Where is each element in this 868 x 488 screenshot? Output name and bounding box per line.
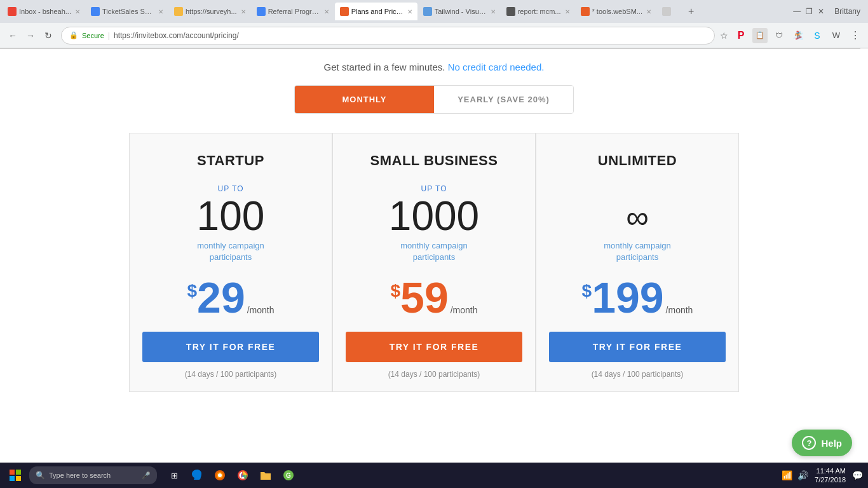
yearly-toggle-btn[interactable]: YEARLY (SAVE 20%) (434, 86, 573, 113)
tab-label-tools: * tools.webSM... (592, 8, 642, 15)
favicon-plans (340, 7, 349, 16)
reload-button[interactable]: ↻ (41, 28, 56, 43)
subtitle-text: Get started in a few minutes. (324, 62, 445, 72)
extension-4-icon[interactable]: W (829, 28, 844, 43)
forward-button[interactable]: → (23, 28, 38, 43)
price-amount-small-business: 59 (400, 276, 449, 319)
url-text: https://invitebox.com/account/pricing/ (114, 31, 239, 40)
subtitle-highlight: No credit card needed. (448, 62, 545, 72)
tab-label-report: report: mcm... (518, 8, 561, 15)
tab-tools[interactable]: * tools.webSM... ✕ (576, 3, 656, 20)
price-dollar-unlimited: $ (582, 281, 592, 301)
svg-rect-2 (10, 476, 15, 481)
tab-label-referral: Referral Progra... (268, 8, 320, 15)
tab-label-gmail: Inbox - bsheah... (19, 8, 71, 15)
plan-limit-desc-unlimited: monthly campaignparticipants (549, 240, 726, 263)
system-clock: 11:44 AM 7/27/2018 (815, 466, 846, 485)
plan-limit-label-unlimited (549, 184, 726, 196)
svg-text:G: G (286, 472, 291, 479)
window-minimize[interactable]: — (793, 7, 801, 16)
plan-price-startup: $ 29 /month (142, 276, 319, 319)
system-icons: 📶 🔊 (782, 470, 808, 480)
bookmark-icon[interactable]: ☆ (720, 30, 728, 41)
clock-time: 11:44 AM (815, 466, 846, 475)
help-button[interactable]: ? Help (792, 430, 852, 456)
taskbar-search-input[interactable] (49, 471, 138, 479)
taskbar: 🔍 🎤 ⊞ (0, 463, 868, 488)
clock-date: 7/27/2018 (815, 475, 846, 484)
window-maximize[interactable]: ❐ (806, 7, 813, 16)
tab-ticket[interactable]: TicketSales Soc... ✕ (86, 3, 168, 20)
favicon-tailwind (423, 7, 432, 16)
user-name: Brittany (834, 7, 860, 16)
plan-card-unlimited: UNLIMITED ∞ monthly campaignparticipants… (536, 133, 739, 392)
favicon-survey (174, 7, 183, 16)
tab-survey[interactable]: https://surveyh... ✕ (169, 3, 251, 20)
plans-grid: STARTUP UP TO 100 monthly campaignpartic… (65, 133, 803, 392)
task-view-button[interactable]: ⊞ (163, 464, 185, 486)
tab-close-report[interactable]: ✕ (565, 8, 570, 15)
plan-name-unlimited: UNLIMITED (549, 152, 726, 169)
plan-name-startup: STARTUP (142, 152, 319, 169)
url-bar[interactable]: 🔒 Secure | https://invitebox.com/account… (61, 27, 715, 44)
svg-point-6 (218, 473, 222, 477)
taskbar-search-icon: 🔍 (36, 471, 45, 480)
nav-buttons: ← → ↻ (5, 28, 56, 43)
favicon-referral (257, 7, 266, 16)
tab-tailwind[interactable]: Tailwind - Visua... ✕ (418, 3, 501, 20)
plan-limit-desc-small-business: monthly campaignparticipants (346, 240, 522, 263)
plan-price-unlimited: $ 199 /month (549, 276, 726, 319)
extension-1-icon[interactable]: 📋 (752, 28, 768, 43)
tab-close-tailwind[interactable]: ✕ (491, 8, 496, 15)
skype-icon[interactable]: S (810, 28, 825, 43)
back-button[interactable]: ← (5, 28, 20, 43)
monthly-toggle-btn[interactable]: MONTHLY (295, 86, 434, 113)
tab-report[interactable]: report: mcm... ✕ (501, 3, 575, 20)
tab-referral[interactable]: Referral Progra... ✕ (252, 3, 334, 20)
tab-close-plans[interactable]: ✕ (407, 8, 412, 15)
price-amount-startup: 29 (197, 276, 245, 319)
plan-limit-label-small-business: UP TO (346, 184, 522, 193)
taskbar-mic-icon[interactable]: 🎤 (142, 471, 151, 480)
cta-button-small-business[interactable]: TRY IT FOR FREE (346, 332, 522, 362)
new-tab-button[interactable]: + (683, 6, 699, 17)
chrome-icon[interactable] (232, 464, 254, 486)
tab-close-gmail[interactable]: ✕ (75, 8, 80, 15)
tab-close-survey[interactable]: ✕ (241, 8, 246, 15)
taskbar-apps: ⊞ (163, 464, 299, 486)
address-bar: ← → ↻ 🔒 Secure | https://invitebox.com/a… (0, 23, 868, 48)
tab-close-tools[interactable]: ✕ (646, 8, 651, 15)
svg-rect-0 (10, 470, 15, 475)
page-content: Get started in a few minutes. No credit … (0, 49, 868, 488)
window-close[interactable]: ✕ (818, 7, 824, 16)
plan-card-startup: STARTUP UP TO 100 monthly campaignpartic… (129, 133, 332, 392)
start-button[interactable] (5, 465, 25, 485)
extension-2-icon[interactable]: 🛡 (771, 28, 787, 43)
tab-blank[interactable] (657, 3, 682, 20)
notification-icon[interactable]: 💬 (852, 470, 863, 480)
pinterest-icon[interactable]: P (733, 28, 749, 43)
plan-name-small-business: SMALL BUSINESS (346, 152, 522, 169)
secure-text: Secure (82, 32, 104, 39)
taskbar-search-bar[interactable]: 🔍 🎤 (29, 466, 157, 484)
trial-note-small-business: (14 days / 100 participants) (346, 370, 522, 379)
cta-button-unlimited[interactable]: TRY IT FOR FREE (549, 332, 726, 362)
tab-close-ticket[interactable]: ✕ (158, 8, 163, 15)
plan-limit-label-startup: UP TO (142, 184, 319, 193)
browser-action-icons: P 📋 🛡 🏂 S W ⋮ (733, 28, 863, 43)
app-5-icon[interactable]: G (278, 464, 299, 486)
favicon-blank (662, 7, 671, 16)
file-explorer-icon[interactable] (255, 464, 276, 486)
tab-plans[interactable]: Plans and Pricin... ✕ (335, 3, 417, 20)
tab-bar: Inbox - bsheah... ✕ TicketSales Soc... ✕… (0, 0, 868, 23)
help-label: Help (821, 438, 842, 449)
firefox-icon[interactable] (209, 464, 231, 486)
extension-3-icon[interactable]: 🏂 (790, 28, 806, 43)
edge-icon[interactable] (186, 464, 208, 486)
tab-gmail[interactable]: Inbox - bsheah... ✕ (3, 3, 85, 20)
menu-icon[interactable]: ⋮ (848, 28, 863, 43)
plan-price-small-business: $ 59 /month (346, 276, 522, 319)
tab-close-referral[interactable]: ✕ (324, 8, 329, 15)
cta-button-startup[interactable]: TRY IT FOR FREE (142, 332, 319, 362)
tab-label-ticket: TicketSales Soc... (102, 8, 154, 15)
